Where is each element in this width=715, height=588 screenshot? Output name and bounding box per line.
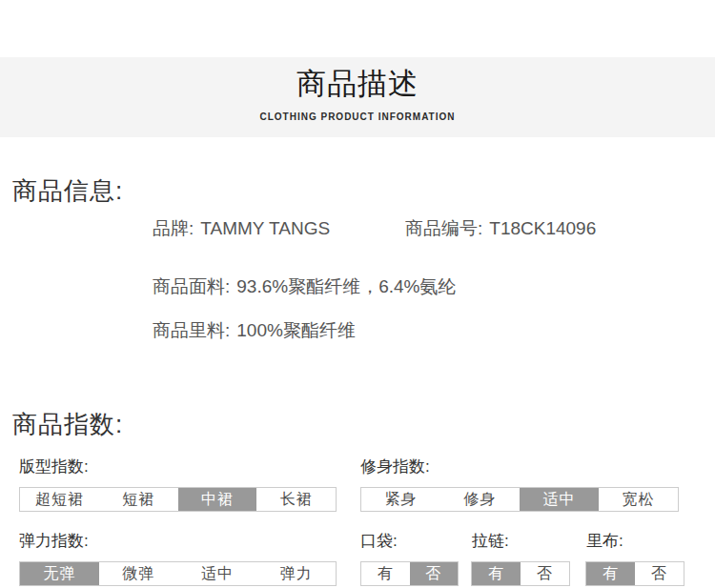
header-banner: 商品描述 CLOTHING PRODUCT INFORMATION — [0, 57, 715, 137]
fabric-value: 93.6%聚酯纤维，6.4%氨纶 — [236, 276, 456, 296]
option-cell[interactable]: 否 — [521, 562, 569, 585]
option-cell[interactable]: 短裙 — [99, 488, 178, 511]
option-cell[interactable]: 有 — [472, 562, 521, 585]
page-subtitle: CLOTHING PRODUCT INFORMATION — [0, 112, 715, 122]
option-cell[interactable]: 超短裙 — [20, 488, 99, 511]
lining-row: 商品里料:100%聚酯纤维 — [153, 318, 356, 343]
option-cell[interactable]: 否 — [635, 562, 684, 585]
fit-type-option-table: 超短裙短裙中裙长裙 — [19, 487, 337, 512]
option-cell[interactable]: 宽松 — [599, 488, 678, 511]
option-cell[interactable]: 中裙 — [178, 488, 257, 511]
product-code-row: 商品编号:T18CK14096 — [405, 216, 596, 241]
option-cell[interactable]: 弹力 — [256, 562, 336, 585]
slim-fit-option-table: 紧身修身适中宽松 — [360, 487, 679, 512]
elasticity-option-table: 无弹微弹适中弹力 — [19, 561, 337, 586]
option-cell[interactable]: 微弹 — [99, 562, 178, 585]
option-cell[interactable]: 适中 — [520, 488, 599, 511]
page-title: 商品描述 — [0, 57, 715, 100]
option-cell[interactable]: 适中 — [178, 562, 257, 585]
fabric-label: 商品面料: — [153, 276, 230, 296]
fit-type-index-label: 版型指数: — [19, 456, 89, 477]
lining-cloth-option-table: 有否 — [585, 561, 684, 586]
brand-value: TAMMY TANGS — [200, 218, 330, 238]
product-code-value: T18CK14096 — [489, 218, 596, 238]
brand-label: 品牌: — [153, 218, 194, 238]
product-code-label: 商品编号: — [405, 218, 482, 238]
zipper-label: 拉链: — [472, 530, 509, 552]
option-cell[interactable]: 紧身 — [361, 488, 440, 511]
lining-value: 100%聚酯纤维 — [236, 320, 356, 340]
brand-row: 品牌:TAMMY TANGS — [153, 216, 330, 241]
option-cell[interactable]: 长裙 — [256, 488, 336, 511]
option-cell[interactable]: 否 — [410, 562, 459, 585]
pocket-label: 口袋: — [360, 530, 398, 552]
option-cell[interactable]: 有 — [361, 562, 410, 585]
section-title-product-info: 商品信息: — [12, 174, 123, 208]
option-cell[interactable]: 无弹 — [20, 562, 99, 585]
option-cell[interactable]: 修身 — [440, 488, 520, 511]
zipper-option-table: 有否 — [471, 561, 570, 586]
option-cell[interactable]: 有 — [586, 562, 635, 585]
pocket-option-table: 有否 — [360, 561, 459, 586]
product-description-page: 商品描述 CLOTHING PRODUCT INFORMATION 商品信息: … — [0, 0, 715, 588]
fabric-row: 商品面料:93.6%聚酯纤维，6.4%氨纶 — [153, 274, 456, 299]
lining-label: 商品里料: — [153, 320, 230, 340]
section-title-product-index: 商品指数: — [12, 408, 123, 441]
slim-fit-index-label: 修身指数: — [360, 456, 430, 477]
lining-cloth-label: 里布: — [586, 530, 623, 552]
elasticity-index-label: 弹力指数: — [19, 530, 89, 552]
